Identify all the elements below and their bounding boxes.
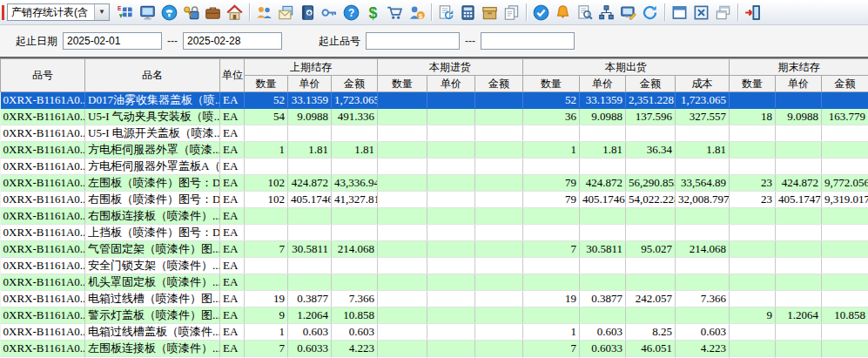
customer-finance-icon[interactable]: $ bbox=[406, 2, 427, 24]
col-header-amount[interactable]: 金额 bbox=[475, 76, 523, 92]
col-header-item-code[interactable]: 品号 bbox=[1, 59, 85, 92]
search-doc-icon[interactable] bbox=[574, 2, 595, 24]
users-icon[interactable] bbox=[253, 2, 275, 24]
item-to-input[interactable] bbox=[481, 32, 575, 50]
approve-icon[interactable] bbox=[530, 2, 552, 24]
chevron-down-icon[interactable]: ▼ bbox=[94, 4, 109, 20]
value-cell bbox=[475, 142, 523, 159]
item-code-cell: 0XRX-B1161A0... bbox=[1, 142, 85, 159]
input-language-icon[interactable]: E bbox=[115, 2, 137, 24]
value-cell: 1 bbox=[523, 142, 580, 159]
col-header-cost[interactable]: 成本 bbox=[676, 76, 730, 92]
alert-bell-icon[interactable] bbox=[552, 2, 574, 24]
table-row[interactable]: 0XRX-B1161A0...U5-I 电源开关盖板（喷漆...EA bbox=[1, 125, 868, 142]
value-cell bbox=[730, 274, 776, 291]
phone-icon[interactable] bbox=[158, 2, 180, 24]
col-header-amount[interactable]: 金额 bbox=[332, 76, 378, 92]
table-row[interactable]: 0XRX-B1161A0...电箱过线槽（喷漆件）图...EA190.38777… bbox=[1, 291, 868, 307]
group-header-opening-balance[interactable]: 上期结存 bbox=[245, 59, 378, 76]
value-cell: 43,336.946 bbox=[332, 175, 378, 192]
col-header-qty[interactable]: 数量 bbox=[523, 76, 580, 92]
value-cell: 0.3877 bbox=[580, 291, 626, 307]
calculator-icon[interactable] bbox=[457, 2, 479, 24]
item-name-cell: 警示灯盖板（喷漆件）图... bbox=[85, 307, 220, 324]
table-row[interactable]: 0XRX-B1161A0...方电柜伺服器外罩（喷漆...EA11.811.81… bbox=[1, 142, 868, 159]
item-code-cell: 0XRX-B1161A0... bbox=[1, 109, 85, 125]
table-row[interactable]: 0XRX-B1161A0...安全门锁支架（喷漆件）...EA bbox=[1, 258, 868, 274]
cart-icon[interactable] bbox=[384, 2, 406, 24]
monitor-icon[interactable] bbox=[137, 2, 158, 24]
col-header-qty[interactable]: 数量 bbox=[378, 76, 427, 92]
table-row[interactable]: 0XRX-B1161A0...右围板连接板（喷漆件）...EA bbox=[1, 208, 868, 225]
col-header-amount[interactable]: 金额 bbox=[822, 76, 868, 92]
value-cell: 7 bbox=[523, 341, 580, 357]
close-window-icon[interactable] bbox=[690, 2, 712, 24]
help-icon[interactable]: ? bbox=[340, 2, 362, 24]
item-from-input[interactable] bbox=[366, 32, 460, 50]
svg-text:E: E bbox=[118, 4, 122, 10]
table-row[interactable]: 0XRX-B1161A0...电箱过线槽盖板（喷漆件...EA10.6030.6… bbox=[1, 324, 868, 341]
col-header-amount[interactable]: 金额 bbox=[626, 76, 676, 92]
cascade-windows-icon[interactable] bbox=[712, 2, 734, 24]
date-from-input[interactable] bbox=[63, 32, 162, 50]
col-header-price[interactable]: 单价 bbox=[580, 76, 626, 92]
table-row[interactable]: 0XRX-B1161A0...方电柜伺服器外罩盖板A（...EA bbox=[1, 159, 868, 175]
report-type-dropdown[interactable]: 产销存统计表(含 ▼ bbox=[7, 3, 110, 21]
value-cell: 36 bbox=[523, 109, 580, 125]
lock-key-icon[interactable] bbox=[180, 2, 202, 24]
table-row[interactable]: 0XRX-B1161A0...左围板连接板（喷漆件）...EA70.60334.… bbox=[1, 341, 868, 357]
col-header-price[interactable]: 单价 bbox=[288, 76, 332, 92]
exit-icon[interactable] bbox=[742, 2, 764, 24]
mail-icon[interactable] bbox=[275, 2, 297, 24]
value-cell: 491.336 bbox=[332, 109, 378, 125]
refresh-icon[interactable] bbox=[639, 2, 661, 24]
home-icon[interactable] bbox=[224, 2, 246, 24]
group-header-ending-balance[interactable]: 期末结存 bbox=[730, 59, 868, 76]
unit-cell: EA bbox=[220, 175, 245, 192]
value-cell bbox=[580, 274, 626, 291]
unit-cell: EA bbox=[220, 208, 245, 225]
unit-cell: EA bbox=[220, 324, 245, 341]
value-cell bbox=[822, 208, 868, 225]
col-header-qty[interactable]: 数量 bbox=[730, 76, 776, 92]
date-to-input[interactable] bbox=[183, 32, 282, 50]
table-row[interactable]: 0XRX-B1161A0...机头罩固定板（喷漆件）...EA bbox=[1, 274, 868, 291]
report-refresh-icon[interactable] bbox=[435, 2, 457, 24]
table-row[interactable]: 0XRX-B1161A0...D017油雾收集器盖板（喷...EA5233.13… bbox=[1, 92, 868, 109]
value-cell bbox=[730, 225, 776, 241]
col-header-price[interactable]: 单价 bbox=[427, 76, 475, 92]
table-row[interactable]: 0XRX-B1161A0...上挡板（喷漆件）图号：D...EA bbox=[1, 225, 868, 241]
value-cell bbox=[332, 159, 378, 175]
table-row[interactable]: 0XRX-B1161A0...U5-I 气动夹具安装板（喷...EA549.09… bbox=[1, 109, 868, 125]
value-cell bbox=[378, 208, 427, 225]
value-cell bbox=[288, 258, 332, 274]
table-row[interactable]: 0XRX-B1161A0...气管固定架（喷漆件）图...EA730.58112… bbox=[1, 241, 868, 258]
col-header-qty[interactable]: 数量 bbox=[245, 76, 288, 92]
value-cell: 7.366 bbox=[332, 291, 378, 307]
col-header-unit[interactable]: 单位 bbox=[220, 59, 245, 92]
col-header-item-name[interactable]: 品名 bbox=[85, 59, 220, 92]
col-header-price[interactable]: 单价 bbox=[776, 76, 822, 92]
value-cell bbox=[776, 159, 822, 175]
money-icon[interactable]: $ bbox=[362, 2, 384, 24]
monitor-edit-icon[interactable] bbox=[617, 2, 639, 24]
copy-icon[interactable] bbox=[501, 2, 522, 24]
item-name-cell: 电箱过线槽（喷漆件）图... bbox=[85, 291, 220, 307]
archive-box-icon[interactable] bbox=[479, 2, 501, 24]
group-header-shipments[interactable]: 本期出货 bbox=[523, 59, 730, 76]
table-row[interactable]: 0XRX-B1161A0...左围板（喷漆件）图号：D...EA102424.8… bbox=[1, 175, 868, 192]
table-row[interactable]: 0XRX-B1161A0...警示灯盖板（喷漆件）图...EA91.206410… bbox=[1, 307, 868, 324]
value-cell bbox=[475, 274, 523, 291]
item-code-cell: 0XRX-B1161A0... bbox=[1, 208, 85, 225]
value-cell: 9 bbox=[245, 307, 288, 324]
value-cell: 424.872 bbox=[288, 175, 332, 192]
window-icon[interactable] bbox=[669, 2, 690, 24]
table-row[interactable]: 0XRX-B1161A0...右围板（喷漆件）图号：D...EA102405.1… bbox=[1, 192, 868, 208]
value-cell: 54,022.228 bbox=[626, 192, 676, 208]
org-chart-icon[interactable] bbox=[595, 2, 617, 24]
briefcase-icon[interactable] bbox=[202, 2, 224, 24]
group-header-purchases[interactable]: 本期进货 bbox=[378, 59, 523, 76]
value-cell: 52 bbox=[245, 92, 288, 109]
key-icon[interactable] bbox=[319, 2, 340, 24]
notebook-icon[interactable] bbox=[297, 2, 319, 24]
